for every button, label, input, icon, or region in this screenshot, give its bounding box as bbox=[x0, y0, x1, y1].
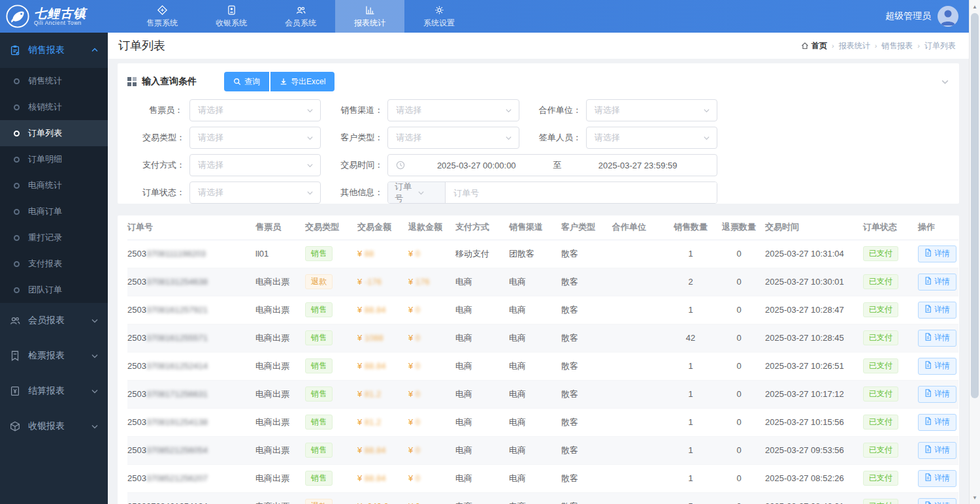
sidebar-item-label: 电商订单 bbox=[28, 206, 62, 217]
cell-refund-amount: ¥ 0 bbox=[408, 464, 455, 492]
cell-transaction-time: 2025-03-27 10:31:04 bbox=[765, 240, 863, 268]
transaction-type-select[interactable]: 请选择 bbox=[189, 127, 321, 149]
document-icon bbox=[924, 417, 932, 427]
search-button[interactable]: 查询 bbox=[224, 72, 269, 91]
sidebar-item-label: 销售统计 bbox=[28, 75, 62, 87]
other-info-type-select[interactable]: 订单号 bbox=[388, 182, 446, 203]
orders-table: 订单号售票员交易类型交易金额退款金额支付方式销售渠道客户类型合作单位销售数量退票… bbox=[127, 215, 958, 504]
sidebar-section-收银报表[interactable]: 收银报表 bbox=[0, 409, 108, 444]
cell-order-no: 25033708161257921 bbox=[127, 296, 255, 324]
customer-type-select[interactable]: 请选择 bbox=[387, 127, 519, 149]
topnav-item-会员系统[interactable]: 会员系统 bbox=[266, 0, 335, 33]
cell-sales-channel: 电商 bbox=[509, 408, 561, 436]
payment-method-select[interactable]: 请选择 bbox=[189, 154, 321, 176]
scroll-down-arrow-icon[interactable]: ▼ bbox=[970, 492, 980, 503]
cell-transaction-time: 2025-03-27 08:46:01 bbox=[765, 492, 863, 504]
fish-logo-icon bbox=[5, 4, 30, 29]
system-settings-icon bbox=[434, 5, 445, 16]
topnav-item-label: 系统设置 bbox=[423, 18, 455, 29]
cell-refund-amount: ¥ 0 bbox=[408, 492, 455, 504]
top-nav-menu: 售票系统收银系统会员系统报表统计系统设置 bbox=[127, 0, 474, 33]
cashier-report-icon bbox=[9, 420, 21, 432]
member-system-icon bbox=[295, 5, 306, 16]
breadcrumb-item-报表统计[interactable]: 报表统计 bbox=[839, 40, 870, 52]
sidebar-item-订单列表[interactable]: 订单列表 bbox=[0, 120, 108, 146]
scrollbar-thumb[interactable] bbox=[971, 13, 979, 398]
cell-order-status: 已支付 bbox=[863, 268, 918, 296]
detail-button[interactable]: 详情 bbox=[918, 386, 956, 403]
sidebar-item-销售统计[interactable]: 销售统计 bbox=[0, 68, 108, 94]
cell-partner bbox=[612, 492, 668, 504]
cell-customer-type: 散客 bbox=[561, 240, 612, 268]
cell-refund-amount: ¥ 0 bbox=[408, 324, 455, 352]
sidebar-section-销售报表[interactable]: 销售报表 bbox=[0, 33, 108, 68]
partner-select[interactable]: 请选择 bbox=[586, 99, 717, 121]
cell-seller: 电商出票 bbox=[255, 296, 305, 324]
signer-select[interactable]: 请选择 bbox=[586, 127, 717, 149]
topnav-item-售票系统[interactable]: 售票系统 bbox=[127, 0, 197, 33]
sidebar-item-支付报表[interactable]: 支付报表 bbox=[0, 251, 108, 277]
sidebar-section-结算报表[interactable]: 结算报表 bbox=[0, 373, 108, 409]
detail-button[interactable]: 详情 bbox=[918, 470, 956, 487]
detail-button[interactable]: 详情 bbox=[918, 274, 956, 291]
scroll-up-arrow-icon[interactable]: ▲ bbox=[970, 1, 980, 12]
field-label: 订单状态： bbox=[142, 187, 189, 198]
cell-actions: 详情 bbox=[918, 324, 958, 352]
sidebar-section-检票报表[interactable]: 检票报表 bbox=[0, 338, 108, 373]
start-datetime-value[interactable]: 2025-03-27 00:00:00 bbox=[405, 161, 547, 170]
order-no-rest: 3708461254184 bbox=[146, 501, 208, 504]
sidebar-item-核销统计[interactable]: 核销统计 bbox=[0, 94, 108, 120]
radio-circle-icon bbox=[14, 78, 20, 84]
column-header-支付方式: 支付方式 bbox=[455, 215, 509, 240]
end-datetime-value[interactable]: 2025-03-27 23:59:59 bbox=[566, 161, 709, 170]
sidebar-item-团队订单[interactable]: 团队订单 bbox=[0, 277, 108, 303]
seller-select[interactable]: 请选择 bbox=[189, 99, 321, 121]
current-user-name[interactable]: 超级管理员 bbox=[885, 10, 931, 22]
amount-value: 0 bbox=[416, 249, 420, 259]
detail-button[interactable]: 详情 bbox=[918, 498, 956, 504]
order-status-select[interactable]: 请选择 bbox=[189, 181, 321, 204]
vertical-scrollbar[interactable]: ▲ ▼ bbox=[969, 0, 980, 504]
detail-button[interactable]: 详情 bbox=[918, 358, 956, 375]
download-icon bbox=[280, 78, 287, 86]
chevron-down-icon bbox=[306, 189, 314, 197]
detail-button[interactable]: 详情 bbox=[918, 245, 956, 262]
column-header-交易时间: 交易时间 bbox=[765, 215, 863, 240]
sidebar-item-订单明细[interactable]: 订单明细 bbox=[0, 146, 108, 172]
collapse-panel-icon[interactable] bbox=[941, 78, 949, 86]
export-excel-button[interactable]: 导出Excel bbox=[270, 72, 335, 91]
order-no-prefix: 2503 bbox=[127, 305, 146, 315]
detail-button[interactable]: 详情 bbox=[918, 302, 956, 319]
table-row: 25033708161252414电商出票销售¥ 88.84¥ 0电商电商散客1… bbox=[127, 352, 958, 380]
sidebar-item-重打记录[interactable]: 重打记录 bbox=[0, 225, 108, 251]
detail-button[interactable]: 详情 bbox=[918, 330, 956, 347]
sidebar-item-电商统计[interactable]: 电商统计 bbox=[0, 172, 108, 198]
table-row: 25033708111198203ll01销售¥ 88¥ 0移动支付团散客散客1… bbox=[127, 240, 958, 268]
user-avatar[interactable] bbox=[938, 6, 958, 27]
table-row: 25033708461254184电商出票退款¥ -243.2¥ 0电商电商散客… bbox=[127, 492, 958, 504]
breadcrumb-item-销售报表[interactable]: 销售报表 bbox=[881, 40, 913, 52]
detail-button[interactable]: 详情 bbox=[918, 414, 956, 431]
date-range-picker[interactable]: 2025-03-27 00:00:00 至 2025-03-27 23:59:5… bbox=[387, 154, 717, 176]
sidebar-item-电商订单[interactable]: 电商订单 bbox=[0, 198, 108, 225]
cell-payment-method: 电商 bbox=[455, 408, 509, 436]
chevron-down-icon bbox=[306, 134, 314, 142]
topnav-item-label: 会员系统 bbox=[285, 18, 316, 29]
status-badge: 已支付 bbox=[863, 443, 898, 457]
breadcrumb: 首页›报表统计›销售报表›订单列表 bbox=[801, 40, 956, 52]
cell-transaction-amount: ¥ 88.84 bbox=[357, 436, 408, 464]
brand-logo: 七鲤古镇 Qili Ancient Town bbox=[0, 4, 108, 29]
breadcrumb-item-首页[interactable]: 首页 bbox=[801, 40, 827, 52]
orders-table-panel: 订单号售票员交易类型交易金额退款金额支付方式销售渠道客户类型合作单位销售数量退票… bbox=[118, 215, 959, 504]
topnav-item-收银系统[interactable]: 收银系统 bbox=[197, 0, 266, 33]
amount-value: 88.84 bbox=[365, 473, 386, 483]
amount-value: 0 bbox=[416, 417, 420, 427]
cell-payment-method: 移动支付 bbox=[455, 240, 509, 268]
sales-channel-select[interactable]: 请选择 bbox=[387, 99, 519, 121]
topnav-item-系统设置[interactable]: 系统设置 bbox=[404, 0, 474, 33]
sidebar-section-会员报表[interactable]: 会员报表 bbox=[0, 303, 108, 338]
detail-button[interactable]: 详情 bbox=[918, 442, 956, 459]
topnav-item-报表统计[interactable]: 报表统计 bbox=[335, 0, 404, 33]
order-no-input[interactable] bbox=[446, 182, 717, 203]
cell-refund-amount: ¥ 0 bbox=[408, 240, 455, 268]
